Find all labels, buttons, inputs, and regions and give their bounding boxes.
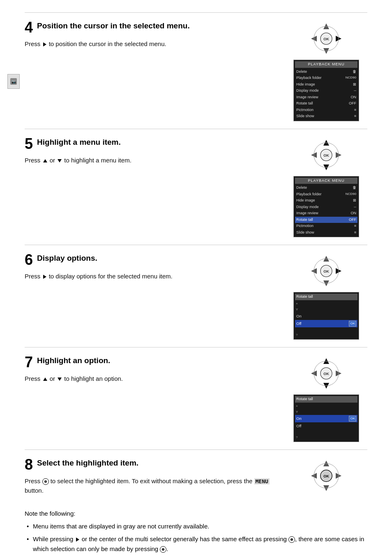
step-4-body: Press to position the cursor in the sele… — [25, 39, 277, 49]
step-6-section: 6 Display options. Press to display opti… — [25, 245, 367, 347]
step-6-title-text: Display options. — [37, 254, 97, 262]
dpad-step5: OK — [308, 137, 345, 174]
menu-item-dm-5: Display mode-- — [295, 204, 357, 211]
submenu-screenshot-step7: Rotate tall + Y OnOK Off ? — [293, 394, 359, 442]
menu-item-hi-5: Hide image⊠ — [295, 197, 357, 204]
svg-text:OK: OK — [323, 372, 329, 376]
menu-word-8: MENU — [254, 478, 270, 484]
step-8-title-text: Select the highlighted item. — [37, 459, 138, 467]
step-7-title: 7 Highlight an option. — [25, 355, 277, 370]
bookmark-tab: 📷 — [7, 74, 20, 89]
step-7-right: OK Rotate tall + Y OnOK Off ? — [285, 355, 367, 442]
step-4-left: 4 Position the cursor in the selected me… — [25, 20, 285, 49]
arrow-right-note — [76, 537, 79, 542]
arrow-right-icon — [43, 42, 46, 46]
svg-text:📷: 📷 — [12, 79, 16, 84]
arrow-up-icon-5 — [43, 159, 47, 162]
menu-item-hide-image: Hide image⊠ — [295, 81, 357, 88]
step-7-number: 7 — [25, 355, 33, 370]
submenu-screenshot-step6: Rotate tall + Y On OffOK ? — [293, 292, 359, 340]
step-6-right: OK Rotate tall + Y On OffOK ? — [285, 253, 367, 340]
dpad-step4: OK — [308, 20, 345, 57]
menu-item-pictmotion: Pictmotion≡ — [295, 107, 357, 114]
step-4-section: 4 Position the cursor in the selected me… — [25, 12, 367, 129]
step-5-left: 5 Highlight a menu item. Press or to hig… — [25, 137, 285, 165]
submenu-title-bar-7: Rotate tall — [295, 396, 357, 403]
step-5-body: Press or to highlight a menu item. — [25, 155, 277, 165]
menu-item-slideshow: Slide show≡ — [295, 113, 357, 120]
arrow-right-icon-6 — [43, 275, 46, 279]
bullet-list: Menu items that are displayed in gray ar… — [25, 521, 367, 556]
step-7-left: 7 Highlight an option. Press or to highl… — [25, 355, 285, 383]
step-6-body: Press to display options for the selecte… — [25, 271, 277, 281]
notes-section: Note the following: Menu items that are … — [25, 503, 367, 556]
step-4-title: 4 Position the cursor in the selected me… — [25, 20, 277, 35]
menu-title-bar-5: PLAYBACK MENU — [295, 178, 357, 184]
step-7-body: Press or to highlight an option. — [25, 374, 277, 383]
menu-item-pf-5: Playback folderNCD90 — [295, 191, 357, 198]
arrow-down-icon-5 — [58, 159, 62, 162]
step-8-left: 8 Select the highlighted item. Press ⊛ t… — [25, 457, 285, 496]
submenu-off-6-hl: OffOK — [295, 320, 357, 327]
menu-screenshot-step5: PLAYBACK MENU Delete🗑 Playback folderNCD… — [293, 176, 359, 238]
menu-item-pm-5: Pictmotion≡ — [295, 223, 357, 229]
dpad-step8: OK — [308, 457, 345, 494]
svg-text:OK: OK — [323, 37, 329, 41]
svg-text:OK: OK — [323, 153, 329, 158]
step-6-left: 6 Display options. Press to display opti… — [25, 253, 285, 281]
step-8-body: Press ⊛ to select the highlighted item. … — [25, 476, 277, 496]
dpad-step7: OK — [308, 355, 345, 392]
menu-title-bar: PLAYBACK MENU — [295, 61, 357, 68]
step-8-section: 8 Select the highlighted item. Press ⊛ t… — [25, 449, 367, 503]
step-7-section: 7 Highlight an option. Press or to highl… — [25, 347, 367, 449]
dpad-step6: OK — [308, 253, 345, 290]
step-8-title: 8 Select the highlighted item. — [25, 457, 277, 472]
step-4-title-text: Position the cursor in the selected menu… — [37, 21, 190, 30]
ok-circle-note1: ⊛ — [288, 536, 295, 543]
arrow-up-icon-7 — [43, 378, 47, 381]
menu-item-rt-5-hl: Rotate tallOFF — [295, 217, 357, 223]
step-5-right: OK PLAYBACK MENU Delete🗑 Playback folder… — [285, 137, 367, 238]
step-4-right: OK PLAYBACK MENU Delete🗑 Playback folder… — [285, 20, 367, 121]
step-6-title: 6 Display options. — [25, 253, 277, 267]
menu-item-ss-5: Slide show≡ — [295, 229, 357, 236]
arrow-down-icon-7 — [58, 378, 62, 381]
step-8-right: OK — [285, 457, 367, 494]
menu-item-rotate-tall: Rotate tallOFF — [295, 100, 357, 107]
step-5-number: 5 — [25, 137, 33, 151]
menu-item-playback-folder: Playback folderNCD90 — [295, 75, 357, 81]
step-4-number: 4 — [25, 20, 33, 35]
notes-intro: Note the following: — [25, 509, 367, 519]
step-5-title-text: Highlight a menu item. — [37, 138, 121, 146]
bullet-1: Menu items that are displayed in gray ar… — [25, 521, 367, 531]
submenu-off-7: Off — [295, 422, 357, 430]
menu-item-image-review: Image reviewON — [295, 94, 357, 101]
menu-screenshot-step4: PLAYBACK MENU Delete🗑 Playback folderNCD… — [293, 60, 359, 121]
step-8-number: 8 — [25, 457, 33, 472]
menu-item-delete: Delete🗑 — [295, 69, 357, 75]
menu-item-ir-5: Image reviewON — [295, 210, 357, 217]
step-6-number: 6 — [25, 253, 33, 267]
submenu-on-7-hl: OnOK — [295, 415, 357, 422]
submenu-title-bar-6: Rotate tall — [295, 294, 357, 300]
page-content: 📷 4 Position the cursor in the selected … — [25, 12, 367, 556]
svg-text:OK: OK — [323, 269, 329, 273]
bullet-2: While pressing or the center of the mult… — [25, 534, 367, 554]
menu-item-delete-5: Delete🗑 — [295, 185, 357, 191]
ok-circle-8: ⊛ — [42, 478, 49, 485]
step-5-title: 5 Highlight a menu item. — [25, 137, 277, 151]
ok-circle-note2: ⊛ — [160, 546, 166, 553]
svg-text:OK: OK — [323, 474, 329, 478]
step-7-title-text: Highlight an option. — [37, 356, 110, 365]
menu-item-display-mode: Display mode-- — [295, 88, 357, 94]
step-5-section: 5 Highlight a menu item. Press or to hig… — [25, 129, 367, 245]
submenu-on-6: On — [295, 313, 357, 320]
